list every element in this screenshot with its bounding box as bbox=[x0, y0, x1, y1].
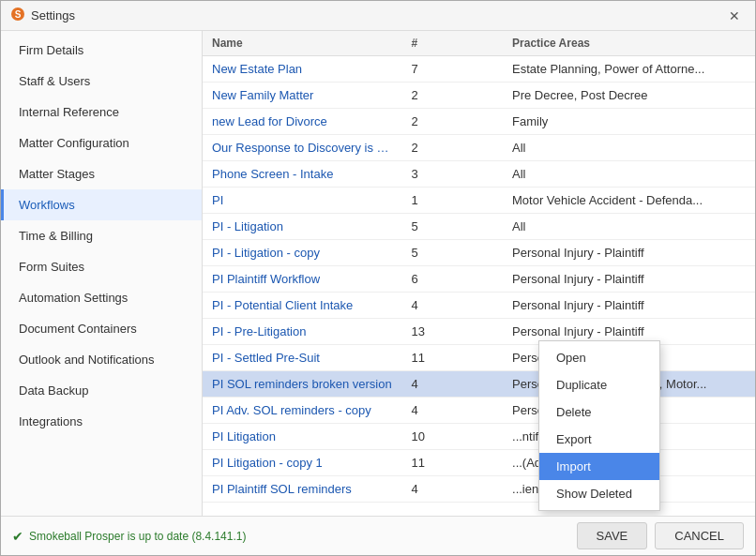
table-row[interactable]: Our Response to Discovery is due2All bbox=[203, 135, 755, 161]
content-area: Firm DetailsStaff & UsersInternal Refere… bbox=[1, 31, 755, 516]
workflows-table: Name#Practice Areas New Estate Plan7Esta… bbox=[203, 31, 755, 503]
workflow-name: New Family Matter bbox=[203, 83, 401, 109]
table-row[interactable]: PI Plaintiff Workflow6Personal Injury - … bbox=[203, 266, 755, 293]
table-row[interactable]: PI - Potential Client Intake4Personal In… bbox=[203, 293, 755, 319]
workflow-areas: Personal Injury - Plaintiff bbox=[503, 240, 755, 266]
table-row[interactable]: PI - Pre-Litigation13Personal Injury - P… bbox=[203, 319, 755, 345]
workflow-name: Phone Screen - Intake bbox=[203, 161, 401, 188]
workflow-count: 11 bbox=[401, 450, 503, 476]
title-bar-left: S Settings bbox=[10, 7, 75, 24]
workflow-count: 4 bbox=[401, 398, 503, 424]
table-row[interactable]: New Family Matter2Pre Decree, Post Decre… bbox=[203, 83, 755, 109]
table-row[interactable]: PI Plaintiff SOL reminders4...ient - Pla… bbox=[203, 476, 755, 503]
close-button[interactable]: ✕ bbox=[723, 7, 746, 25]
context-menu: OpenDuplicateDeleteExportImportShow Dele… bbox=[538, 340, 660, 511]
workflow-areas: All bbox=[503, 135, 755, 161]
workflow-name: New Estate Plan bbox=[203, 56, 401, 83]
workflow-count: 3 bbox=[401, 161, 503, 188]
workflow-count: 4 bbox=[401, 476, 503, 503]
workflow-name: PI - Potential Client Intake bbox=[203, 293, 401, 319]
context-menu-item-duplicate[interactable]: Duplicate bbox=[539, 371, 659, 398]
workflow-areas: Motor Vehicle Accident - Defenda... bbox=[503, 188, 755, 214]
sidebar-item-outlook-notifications[interactable]: Outlook and Notifications bbox=[1, 344, 202, 375]
workflow-name: PI Litigation bbox=[203, 424, 401, 450]
sidebar-item-matter-configuration[interactable]: Matter Configuration bbox=[1, 128, 202, 158]
sidebar-item-time-billing[interactable]: Time & Billing bbox=[1, 220, 202, 251]
workflow-areas: Estate Planning, Power of Attorne... bbox=[503, 56, 755, 83]
sidebar-item-form-suites[interactable]: Form Suites bbox=[1, 251, 202, 282]
workflow-count: 11 bbox=[401, 345, 503, 371]
cancel-button[interactable]: CANCEL bbox=[655, 522, 744, 549]
check-icon: ✔ bbox=[12, 529, 23, 544]
workflow-count: 13 bbox=[401, 319, 503, 345]
status-text: Smokeball Prosper is up to date (8.4.141… bbox=[29, 530, 246, 543]
sidebar-item-workflows[interactable]: Workflows bbox=[1, 189, 202, 220]
title-bar: S Settings ✕ bbox=[1, 1, 755, 31]
sidebar-item-internal-reference[interactable]: Internal Reference bbox=[1, 97, 202, 128]
sidebar-item-data-backup[interactable]: Data Backup bbox=[1, 375, 202, 406]
workflow-count: 6 bbox=[401, 266, 503, 293]
workflow-name: PI Adv. SOL reminders - copy bbox=[203, 398, 401, 424]
workflow-count: 2 bbox=[401, 83, 503, 109]
context-menu-item-open[interactable]: Open bbox=[539, 344, 659, 371]
main-area: Name#Practice Areas New Estate Plan7Esta… bbox=[203, 31, 755, 516]
table-container[interactable]: Name#Practice Areas New Estate Plan7Esta… bbox=[203, 31, 755, 516]
workflow-name: PI Litigation - copy 1 bbox=[203, 450, 401, 476]
sidebar: Firm DetailsStaff & UsersInternal Refere… bbox=[1, 31, 203, 516]
table-row[interactable]: PI SOL reminders broken version4Personal… bbox=[203, 371, 755, 398]
workflow-count: 4 bbox=[401, 293, 503, 319]
footer-status: ✔ Smokeball Prosper is up to date (8.4.1… bbox=[12, 529, 246, 544]
workflow-name: PI Plaintiff SOL reminders bbox=[203, 476, 401, 503]
workflow-areas: All bbox=[503, 161, 755, 188]
save-button[interactable]: SAVE bbox=[577, 522, 648, 549]
table-row[interactable]: PI1Motor Vehicle Accident - Defenda... bbox=[203, 188, 755, 214]
sidebar-item-staff-users[interactable]: Staff & Users bbox=[1, 66, 202, 97]
sidebar-item-matter-stages[interactable]: Matter Stages bbox=[1, 158, 202, 189]
footer: ✔ Smokeball Prosper is up to date (8.4.1… bbox=[1, 516, 755, 555]
workflow-areas: Personal Injury - Plaintiff bbox=[503, 293, 755, 319]
window-title: Settings bbox=[31, 8, 75, 23]
table-row[interactable]: PI Litigation - copy 111...(Advanced) bbox=[203, 450, 755, 476]
workflow-count: 2 bbox=[401, 135, 503, 161]
table-row[interactable]: Phone Screen - Intake3All bbox=[203, 161, 755, 188]
workflow-name: PI - Litigation bbox=[203, 214, 401, 240]
workflow-count: 4 bbox=[401, 371, 503, 398]
sidebar-item-automation-settings[interactable]: Automation Settings bbox=[1, 282, 202, 313]
workflow-count: 10 bbox=[401, 424, 503, 450]
column-header: Practice Areas bbox=[503, 31, 755, 56]
context-menu-item-export[interactable]: Export bbox=[539, 426, 659, 453]
footer-buttons: SAVE CANCEL bbox=[577, 522, 744, 549]
workflow-name: PI bbox=[203, 188, 401, 214]
sidebar-item-integrations[interactable]: Integrations bbox=[1, 406, 202, 437]
workflow-name: PI SOL reminders broken version bbox=[203, 371, 401, 398]
context-menu-item-show-deleted[interactable]: Show Deleted bbox=[539, 480, 659, 507]
column-header: Name bbox=[203, 31, 401, 56]
context-menu-item-import[interactable]: Import bbox=[539, 453, 659, 480]
table-row[interactable]: PI - Settled Pre-Suit11Personal Injury -… bbox=[203, 345, 755, 371]
workflow-areas: Personal Injury - Plaintiff bbox=[503, 266, 755, 293]
workflow-count: 1 bbox=[401, 188, 503, 214]
workflow-count: 7 bbox=[401, 56, 503, 83]
workflow-name: PI - Pre-Litigation bbox=[203, 319, 401, 345]
table-row[interactable]: PI - Litigation - copy5Personal Injury -… bbox=[203, 240, 755, 266]
workflow-name: PI - Litigation - copy bbox=[203, 240, 401, 266]
workflow-areas: Pre Decree, Post Decree bbox=[503, 83, 755, 109]
workflow-areas: Family bbox=[503, 109, 755, 135]
sidebar-item-firm-details[interactable]: Firm Details bbox=[1, 35, 202, 66]
workflow-count: 5 bbox=[401, 240, 503, 266]
table-row[interactable]: New Estate Plan7Estate Planning, Power o… bbox=[203, 56, 755, 83]
table-row[interactable]: PI - Litigation5All bbox=[203, 214, 755, 240]
workflow-count: 2 bbox=[401, 109, 503, 135]
workflow-name: PI - Settled Pre-Suit bbox=[203, 345, 401, 371]
table-row[interactable]: PI Litigation10...ntiff, Motor V... bbox=[203, 424, 755, 450]
workflow-name: new Lead for Divorce bbox=[203, 109, 401, 135]
table-row[interactable]: new Lead for Divorce2Family bbox=[203, 109, 755, 135]
sidebar-item-document-containers[interactable]: Document Containers bbox=[1, 313, 202, 344]
settings-window: S Settings ✕ Firm DetailsStaff & UsersIn… bbox=[0, 0, 756, 556]
context-menu-item-delete[interactable]: Delete bbox=[539, 398, 659, 426]
workflow-areas: All bbox=[503, 214, 755, 240]
workflow-name: Our Response to Discovery is due bbox=[203, 135, 401, 161]
table-row[interactable]: PI Adv. SOL reminders - copy4Personal In… bbox=[203, 398, 755, 424]
app-icon: S bbox=[10, 7, 25, 24]
workflow-count: 5 bbox=[401, 214, 503, 240]
